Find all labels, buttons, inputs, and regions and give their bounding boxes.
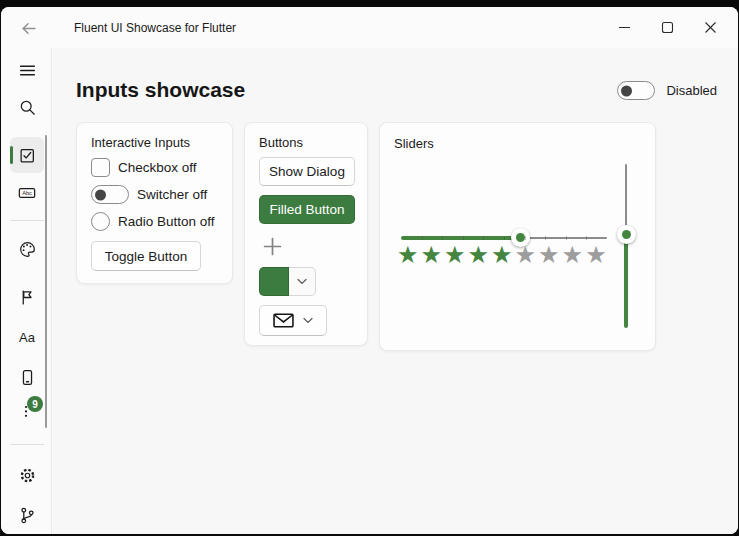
checkbox-inputs-icon [19, 147, 36, 164]
palette-icon [19, 241, 36, 258]
switcher-label: Switcher off [137, 187, 207, 202]
disabled-toggle[interactable] [617, 81, 655, 100]
sidebar-item-search[interactable] [10, 91, 44, 123]
color-split-button [259, 267, 316, 296]
slider-tick [525, 236, 526, 240]
slider-tick [504, 236, 505, 240]
sidebar-item-settings[interactable] [10, 459, 44, 491]
chevron-down-icon [297, 278, 307, 285]
rating-bar[interactable]: ★★★★★★★★★ [397, 243, 609, 267]
mail-dropdown-button[interactable] [259, 305, 327, 336]
switcher-toggle[interactable] [91, 185, 129, 204]
rating-star[interactable]: ★ [585, 243, 609, 267]
rating-star[interactable]: ★ [468, 243, 492, 267]
disabled-toggle-label: Disabled [666, 83, 717, 98]
navigation-pane: Abc Aa [1, 48, 52, 534]
maximize-button[interactable] [646, 7, 689, 48]
split-button-dropdown[interactable] [289, 267, 316, 296]
card-title: Sliders [394, 136, 434, 151]
buttons-card: Buttons Show Dialog Filled Button [244, 122, 368, 346]
slider-thumb[interactable] [617, 225, 636, 244]
minimize-icon [618, 21, 631, 34]
hamburger-menu-icon [19, 62, 36, 79]
slider-thumb-dot [622, 230, 631, 239]
sidebar-item-colors[interactable] [10, 233, 44, 265]
rating-star[interactable]: ★ [515, 243, 539, 267]
slider-track-filled[interactable] [624, 235, 628, 328]
sidebar-item-more[interactable]: 9 [10, 395, 44, 427]
interactive-inputs-card: Interactive Inputs Checkbox off Switcher… [76, 122, 233, 284]
slider-track-filled[interactable] [401, 236, 520, 240]
flag-icon [19, 289, 36, 306]
checkbox[interactable] [91, 158, 110, 177]
sidebar-item-textbox[interactable]: Abc [10, 177, 44, 209]
add-icon-button[interactable] [259, 233, 285, 259]
radio-label: Radio Button off [118, 214, 215, 229]
gear-icon [19, 467, 36, 484]
toggle-button[interactable]: Toggle Button [91, 241, 201, 271]
close-button[interactable] [689, 7, 732, 48]
page-title: Inputs showcase [76, 78, 245, 102]
rating-star[interactable]: ★ [538, 243, 562, 267]
slider-track-empty[interactable] [520, 237, 607, 239]
sidebar-item-menu[interactable] [10, 54, 44, 86]
toggle-knob [621, 85, 632, 96]
toggle-knob [95, 189, 106, 200]
slider-tick [566, 236, 567, 240]
card-title: Buttons [259, 135, 353, 150]
slider-tick [586, 236, 587, 240]
card-title: Interactive Inputs [91, 135, 218, 150]
rating-star[interactable]: ★ [491, 243, 515, 267]
mobile-phone-icon [19, 369, 36, 386]
typography-aa-icon: Aa [19, 330, 35, 345]
selected-accent-bar [10, 146, 13, 164]
plus-icon [263, 237, 282, 256]
slider-tick [483, 236, 484, 240]
split-button-primary[interactable] [259, 267, 289, 296]
rating-star[interactable]: ★ [444, 243, 468, 267]
sliders-card: Sliders ★★★★★★★★★ [379, 122, 656, 351]
minimize-button[interactable] [603, 7, 646, 48]
vertical-slider[interactable] [615, 164, 637, 328]
slider-tick [463, 236, 464, 240]
chevron-down-icon [303, 317, 313, 324]
envelope-icon [273, 313, 294, 328]
notification-badge: 9 [27, 396, 43, 412]
window-title: Fluent UI Showcase for Flutter [74, 7, 236, 48]
back-button[interactable] [13, 14, 43, 42]
rating-star[interactable]: ★ [397, 243, 421, 267]
titlebar: Fluent UI Showcase for Flutter [1, 7, 738, 48]
main-content: Inputs showcase Disabled Interactive Inp… [53, 48, 738, 534]
sidebar-divider [10, 220, 44, 221]
slider-tick [442, 236, 443, 240]
sidebar-divider [10, 444, 44, 445]
maximize-icon [661, 21, 674, 34]
slider-tick [545, 236, 546, 240]
svg-text:Abc: Abc [22, 190, 32, 196]
rating-star[interactable]: ★ [562, 243, 586, 267]
sidebar-item-localization[interactable] [10, 281, 44, 313]
sidebar-item-inputs[interactable] [10, 137, 44, 173]
sidebar-item-typography[interactable]: Aa [10, 321, 44, 353]
radio-button[interactable] [91, 212, 110, 231]
checkbox-label: Checkbox off [118, 160, 197, 175]
slider-track-empty[interactable] [625, 164, 627, 235]
sidebar-scrollbar[interactable] [45, 135, 47, 428]
show-dialog-button[interactable]: Show Dialog [259, 157, 355, 186]
search-icon [19, 99, 36, 116]
filled-button[interactable]: Filled Button [259, 195, 355, 224]
app-window: Fluent UI Showcase for Flutter [1, 7, 738, 534]
sidebar-item-mobile[interactable] [10, 361, 44, 393]
rating-star[interactable]: ★ [421, 243, 445, 267]
sidebar-item-version[interactable] [10, 499, 44, 531]
slider-tick [422, 236, 423, 240]
back-arrow-icon [20, 20, 37, 37]
source-branch-icon [19, 507, 36, 524]
close-icon [704, 21, 717, 34]
textbox-abc-icon: Abc [18, 184, 36, 202]
